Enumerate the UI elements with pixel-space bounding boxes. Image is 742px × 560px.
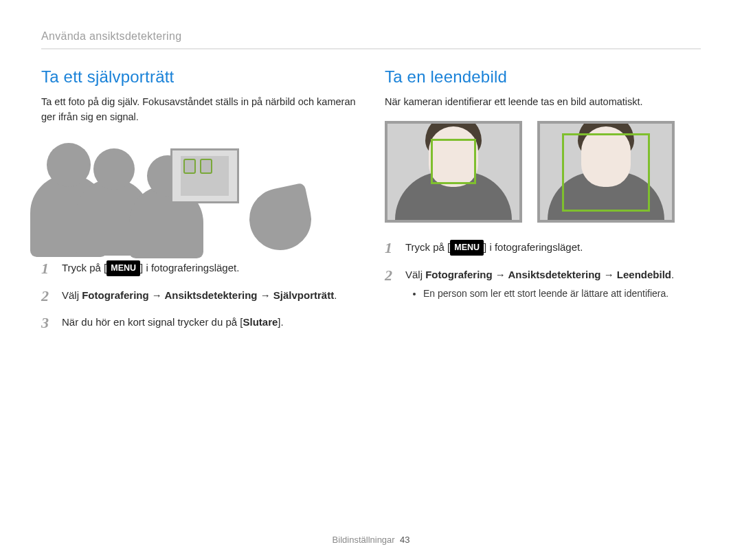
selfie-illustration <box>47 136 291 246</box>
face-box-neutral <box>385 121 522 223</box>
breadcrumb: Använda ansiktsdetektering <box>41 30 701 49</box>
left-step-3: När du hör en kort signal trycker du på … <box>41 314 357 330</box>
right-step-1: Tryck på [MENU] i fotograferingsläget. <box>385 239 701 256</box>
text: Tryck på [ <box>405 241 450 253</box>
smile-illustrations <box>385 121 701 223</box>
menu-chip: MENU <box>106 260 140 276</box>
left-intro: Ta ett foto på dig själv. Fokusavståndet… <box>41 95 357 125</box>
text: . <box>334 289 337 301</box>
menu-chip: MENU <box>450 240 484 256</box>
bold-path: Fotografering → Ansiktsdetektering → Sjä… <box>82 289 334 301</box>
right-steps: Tryck på [MENU] i fotograferingsläget. V… <box>385 239 701 302</box>
bold-shutter: Slutare <box>243 316 278 328</box>
right-column: Ta en leendebild När kameran identifiera… <box>385 67 701 341</box>
text: Tryck på [ <box>62 262 106 273</box>
text: Välj <box>405 269 425 280</box>
left-step-2: Välj Fotografering → Ansiktsdetektering … <box>41 287 357 303</box>
left-steps: Tryck på [MENU] i fotograferingsläget. V… <box>41 260 357 331</box>
manual-page: Använda ansiktsdetektering Ta ett självp… <box>0 0 742 560</box>
text: ] i fotograferingsläget. <box>140 262 239 273</box>
right-title: Ta en leendebild <box>385 67 701 87</box>
face-detect-small-icon <box>431 139 476 184</box>
face-box-smile <box>537 121 675 223</box>
bold-path: Fotografering → Ansiktsdetektering → Lee… <box>425 269 671 280</box>
text: . <box>671 269 674 280</box>
page-footer: Bildinställningar 43 <box>0 535 742 545</box>
right-note-list: En person som ler ett stort leende är lä… <box>405 287 701 302</box>
content-columns: Ta ett självporträtt Ta ett foto på dig … <box>41 67 701 341</box>
right-intro: När kameran identifierar ett leende tas … <box>385 95 701 110</box>
text: ] i fotograferingsläget. <box>484 241 583 253</box>
text: Välj <box>62 289 82 301</box>
right-step-2: Välj Fotografering → Ansiktsdetektering … <box>385 267 701 302</box>
left-column: Ta ett självporträtt Ta ett foto på dig … <box>41 67 357 341</box>
footer-page-number: 43 <box>400 535 409 545</box>
text: När du hör en kort signal trycker du på … <box>62 316 243 328</box>
text: ]. <box>278 316 283 328</box>
camera-icon <box>170 148 239 203</box>
left-step-1: Tryck på [MENU] i fotograferingsläget. <box>41 260 357 276</box>
left-title: Ta ett självporträtt <box>41 67 357 87</box>
face-detect-large-icon <box>562 133 650 212</box>
right-note: En person som ler ett stort leende är lä… <box>423 287 701 302</box>
footer-section: Bildinställningar <box>333 535 395 545</box>
